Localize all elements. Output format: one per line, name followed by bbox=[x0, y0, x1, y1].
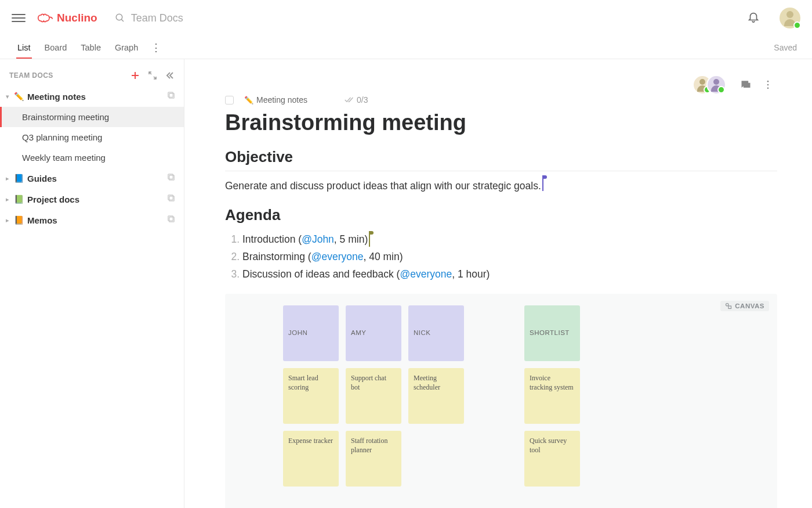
expand-icon bbox=[148, 71, 157, 80]
copy-button[interactable] bbox=[167, 173, 176, 183]
user-avatar[interactable] bbox=[780, 8, 800, 28]
collaborator-cursor bbox=[542, 178, 543, 191]
canvas-embed[interactable]: CANVAS JOHN Smart lead scoring Expense t… bbox=[225, 294, 777, 509]
agenda-item[interactable]: Brainstorming (@everyone, 40 min) bbox=[242, 248, 777, 266]
chevron-right-icon: ▸ bbox=[6, 175, 13, 182]
document-main: ✏️ Meeting notes 0/3 Brainstorming meeti… bbox=[184, 59, 812, 508]
sidebar-title: TEAM DOCS bbox=[9, 71, 53, 80]
chevron-double-left-icon bbox=[165, 71, 175, 80]
svg-rect-12 bbox=[744, 83, 751, 88]
canvas-note-header[interactable]: AMY bbox=[346, 305, 401, 361]
doc-more-button[interactable] bbox=[759, 75, 777, 94]
objective-text[interactable]: Generate and discuss product ideas that … bbox=[225, 178, 541, 193]
sidebar-child-brainstorming[interactable]: Brainstorming meeting bbox=[0, 107, 184, 127]
view-tab-graph[interactable]: Graph bbox=[108, 37, 145, 58]
copy-icon bbox=[167, 215, 176, 224]
canvas-note-header[interactable]: SHORTLIST bbox=[524, 305, 580, 361]
svg-point-16 bbox=[726, 303, 729, 306]
pencil-icon: ✏️ bbox=[14, 92, 24, 101]
copy-icon bbox=[167, 91, 176, 100]
orange-book-icon: 📙 bbox=[14, 215, 24, 225]
breadcrumb-label: Meeting notes bbox=[256, 95, 307, 105]
agenda-item[interactable]: Introduction (@John, 5 min) bbox=[242, 231, 777, 248]
canvas-note[interactable]: Invoice tracking system bbox=[524, 368, 580, 424]
expand-button[interactable] bbox=[148, 71, 157, 80]
view-more-button[interactable]: ⋮ bbox=[145, 41, 167, 54]
canvas-note[interactable]: Smart lead scoring bbox=[283, 368, 339, 424]
bell-icon bbox=[747, 10, 760, 23]
copy-icon bbox=[167, 194, 176, 203]
agenda-item[interactable]: Discussion of ideas and feedback (@every… bbox=[242, 266, 777, 283]
agenda-heading[interactable]: Agenda bbox=[225, 206, 777, 224]
copy-button[interactable] bbox=[167, 215, 176, 225]
sidebar-child-weekly[interactable]: Weekly team meeting bbox=[0, 147, 184, 168]
sidebar-item-label: Project docs bbox=[27, 194, 79, 204]
search-input[interactable]: Team Docs bbox=[115, 12, 183, 24]
doc-checkbox[interactable] bbox=[225, 96, 234, 105]
objective-heading[interactable]: Objective bbox=[225, 148, 777, 171]
canvas-note[interactable]: Support chat bot bbox=[346, 368, 401, 424]
svg-point-15 bbox=[767, 88, 769, 89]
agenda-list[interactable]: Introduction (@John, 5 min) Brainstormin… bbox=[242, 231, 777, 283]
canvas-note-header[interactable]: NICK bbox=[408, 305, 464, 361]
green-book-icon: 📗 bbox=[14, 194, 24, 204]
search-placeholder: Team Docs bbox=[131, 12, 183, 24]
tasks-count-label: 0/3 bbox=[357, 95, 368, 105]
more-vertical-icon bbox=[762, 79, 774, 91]
presence-avatars bbox=[693, 75, 726, 95]
sidebar-item-label: Guides bbox=[27, 174, 57, 183]
mention[interactable]: @everyone bbox=[311, 251, 364, 262]
canvas-note-header[interactable]: JOHN bbox=[283, 305, 339, 361]
sidebar-item-label: Q3 planning meeting bbox=[22, 132, 102, 142]
view-tab-table[interactable]: Table bbox=[74, 37, 108, 58]
canvas-badge: CANVAS bbox=[720, 301, 769, 311]
search-icon bbox=[115, 13, 125, 23]
mention[interactable]: @John bbox=[302, 233, 334, 245]
logo-text: Nuclino bbox=[57, 12, 97, 24]
svg-point-0 bbox=[116, 14, 122, 20]
view-tab-list[interactable]: List bbox=[10, 37, 38, 58]
collapse-sidebar-button[interactable] bbox=[165, 71, 175, 80]
logo[interactable]: Nuclino bbox=[37, 12, 97, 24]
save-status: Saved bbox=[774, 43, 797, 52]
shapes-icon bbox=[725, 302, 732, 309]
plus-icon bbox=[130, 71, 140, 80]
hamburger-menu[interactable] bbox=[12, 11, 26, 25]
view-tab-board[interactable]: Board bbox=[38, 37, 74, 58]
blue-book-icon: 📘 bbox=[14, 174, 24, 183]
notifications-button[interactable] bbox=[747, 10, 760, 26]
sidebar: TEAM DOCS ▾ ✏️ Meeting notes Bra bbox=[0, 59, 184, 508]
copy-button[interactable] bbox=[167, 91, 176, 102]
canvas-note[interactable]: Meeting scheduler bbox=[408, 368, 464, 424]
sidebar-item-label: Weekly team meeting bbox=[22, 153, 106, 163]
chat-icon bbox=[740, 79, 752, 91]
svg-point-13 bbox=[767, 81, 769, 82]
pencil-icon: ✏️ bbox=[244, 96, 253, 105]
sidebar-item-meeting-notes[interactable]: ▾ ✏️ Meeting notes bbox=[0, 86, 184, 107]
canvas-note[interactable]: Quick survey tool bbox=[524, 431, 580, 487]
copy-button[interactable] bbox=[167, 194, 176, 204]
sidebar-item-label: Meeting notes bbox=[27, 92, 86, 102]
sidebar-item-project-docs[interactable]: ▸ 📗 Project docs bbox=[0, 189, 184, 210]
sidebar-item-guides[interactable]: ▸ 📘 Guides bbox=[0, 168, 184, 189]
breadcrumb[interactable]: ✏️ Meeting notes bbox=[244, 95, 307, 105]
svg-point-14 bbox=[767, 84, 769, 86]
presence-avatar[interactable] bbox=[706, 75, 726, 95]
sidebar-item-label: Memos bbox=[27, 215, 57, 225]
page-title[interactable]: Brainstorming meeting bbox=[225, 110, 777, 135]
comments-button[interactable] bbox=[737, 75, 755, 94]
chevron-down-icon: ▾ bbox=[6, 93, 13, 100]
canvas-note[interactable]: Expense tracker bbox=[283, 431, 339, 487]
brain-icon bbox=[37, 12, 53, 24]
collaborator-cursor bbox=[369, 234, 370, 247]
canvas-note[interactable]: Staff rotation planner bbox=[346, 431, 401, 487]
sidebar-item-label: Brainstorming meeting bbox=[22, 112, 109, 122]
svg-rect-17 bbox=[728, 306, 731, 309]
chevron-right-icon: ▸ bbox=[6, 196, 13, 203]
sidebar-child-q3-planning[interactable]: Q3 planning meeting bbox=[0, 127, 184, 147]
sidebar-item-memos[interactable]: ▸ 📙 Memos bbox=[0, 210, 184, 230]
mention[interactable]: @everyone bbox=[400, 268, 452, 280]
svg-line-1 bbox=[121, 19, 124, 21]
tasks-counter[interactable]: 0/3 bbox=[345, 95, 368, 105]
add-item-button[interactable] bbox=[130, 71, 140, 80]
